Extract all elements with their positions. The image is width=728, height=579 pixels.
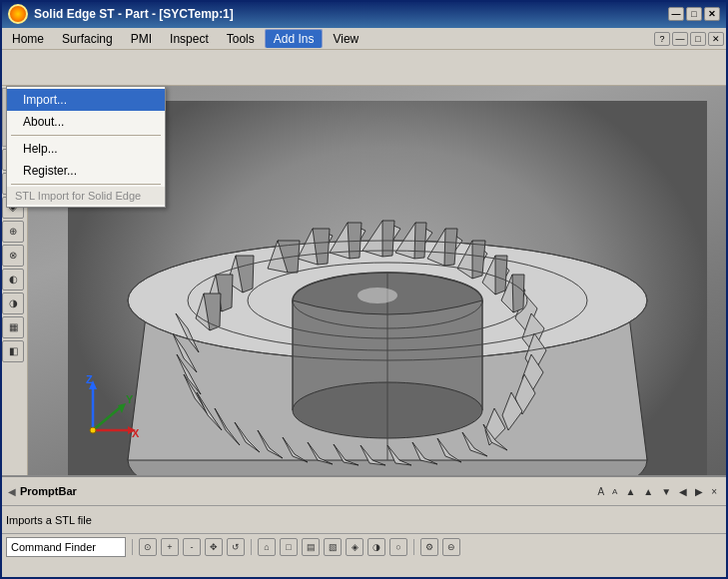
zoom-fit-icon[interactable]: ⊙ xyxy=(139,538,157,556)
command-finder-input[interactable] xyxy=(6,537,126,557)
menu-restore[interactable]: □ xyxy=(690,32,706,46)
view-iso-icon[interactable]: ◈ xyxy=(346,538,364,556)
prompt-up-2[interactable]: ▲ xyxy=(640,485,656,498)
shading-icon[interactable]: ◑ xyxy=(367,538,385,556)
toolbar-separator-2 xyxy=(251,539,252,555)
menu-item-addins[interactable]: Add Ins xyxy=(265,29,324,48)
lock-icon[interactable]: ⊖ xyxy=(442,538,460,556)
toolbar-separator-1 xyxy=(132,539,133,555)
view-front-icon[interactable]: □ xyxy=(280,538,298,556)
title-bar-left: Solid Edge ST - Part - [SYCTemp:1] xyxy=(8,4,234,24)
prompt-up-1[interactable]: ▲ xyxy=(622,485,638,498)
dropdown-separator-2 xyxy=(11,184,161,185)
window-title: Solid Edge ST - Part - [SYCTemp:1] xyxy=(34,7,234,21)
prompt-down[interactable]: ▼ xyxy=(658,485,674,498)
svg-text:X: X xyxy=(132,427,140,439)
menu-right: ? — □ ✕ xyxy=(654,32,724,46)
menu-item-surfacing[interactable]: Surfacing xyxy=(54,30,121,48)
pan-icon[interactable]: ✥ xyxy=(205,538,223,556)
prompt-pin[interactable]: × xyxy=(708,485,720,498)
axis-indicator: Z Y X xyxy=(68,375,148,445)
rotate-icon[interactable]: ↺ xyxy=(227,538,245,556)
dropdown-stl-header: STL Import for Solid Edge xyxy=(7,187,165,205)
view-right-icon[interactable]: ▧ xyxy=(324,538,342,556)
svg-text:Z: Z xyxy=(86,375,93,385)
svg-point-60 xyxy=(358,288,397,303)
menu-close[interactable]: ✕ xyxy=(708,32,724,46)
wireframe-icon[interactable]: ○ xyxy=(389,538,407,556)
settings-icon[interactable]: ⚙ xyxy=(420,538,438,556)
prompt-bar-title: PromptBar xyxy=(20,485,77,497)
prompt-right[interactable]: ▶ xyxy=(692,485,706,498)
prompt-controls: A A ▲ ▲ ▼ ◀ ▶ × xyxy=(594,485,720,498)
title-bar: Solid Edge ST - Part - [SYCTemp:1] — □ ✕ xyxy=(0,0,728,28)
prompt-left[interactable]: ◀ xyxy=(676,485,690,498)
view-home-icon[interactable]: ⌂ xyxy=(258,538,276,556)
help-icon[interactable]: ? xyxy=(654,32,670,46)
maximize-button[interactable]: □ xyxy=(686,7,702,21)
left-btn-8[interactable]: ▦ xyxy=(2,316,24,338)
title-bar-controls: — □ ✕ xyxy=(668,7,720,21)
svg-text:Y: Y xyxy=(126,393,134,405)
prompt-a-large[interactable]: A xyxy=(594,485,607,498)
toolbar-separator-3 xyxy=(413,539,414,555)
prompt-bar: ◀ PromptBar A A ▲ ▲ ▼ ◀ ▶ × xyxy=(0,475,728,505)
status-text: Imports a STL file xyxy=(6,514,722,526)
menu-minimize[interactable]: — xyxy=(672,32,688,46)
svg-marker-48 xyxy=(495,256,507,294)
dropdown-about[interactable]: About... xyxy=(7,111,165,133)
menu-bar: Home Surfacing PMI Inspect Tools Add Ins… xyxy=(0,28,728,50)
status-bar: Imports a STL file xyxy=(0,505,728,533)
dropdown-separator xyxy=(11,135,161,136)
left-btn-9[interactable]: ◧ xyxy=(2,340,24,362)
svg-point-70 xyxy=(90,427,96,433)
svg-line-64 xyxy=(93,405,123,430)
dropdown-import[interactable]: Import... xyxy=(7,89,165,111)
dropdown-help[interactable]: Help... xyxy=(7,138,165,160)
left-btn-4[interactable]: ⊕ xyxy=(2,221,24,243)
svg-marker-44 xyxy=(382,221,394,257)
prompt-bar-left: ◀ PromptBar xyxy=(8,485,77,497)
menu-item-inspect[interactable]: Inspect xyxy=(162,30,217,48)
app-logo xyxy=(8,4,28,24)
bottom-toolbar: ⊙ + - ✥ ↺ ⌂ □ ▤ ▧ ◈ ◑ ○ ⚙ ⊖ xyxy=(0,533,728,559)
dropdown-menu: Import... About... Help... Register... S… xyxy=(6,86,166,208)
dropdown-register[interactable]: Register... xyxy=(7,160,165,182)
menu-item-view[interactable]: View xyxy=(325,30,366,48)
left-btn-6[interactable]: ◐ xyxy=(2,269,24,290)
left-btn-5[interactable]: ⊗ xyxy=(2,245,24,267)
menu-item-pmi[interactable]: PMI xyxy=(123,30,160,48)
zoom-in-icon[interactable]: + xyxy=(161,538,179,556)
prompt-a-small[interactable]: A xyxy=(609,486,620,497)
menu-item-tools[interactable]: Tools xyxy=(219,30,263,48)
menu-item-home[interactable]: Home xyxy=(4,30,52,48)
close-button[interactable]: ✕ xyxy=(704,7,720,21)
zoom-out-icon[interactable]: - xyxy=(183,538,201,556)
view-top-icon[interactable]: ▤ xyxy=(302,538,320,556)
left-btn-7[interactable]: ◑ xyxy=(2,292,24,314)
svg-marker-49 xyxy=(512,275,524,312)
toolbar-area: Import... About... Help... Register... S… xyxy=(0,50,728,86)
minimize-button[interactable]: — xyxy=(668,7,684,21)
